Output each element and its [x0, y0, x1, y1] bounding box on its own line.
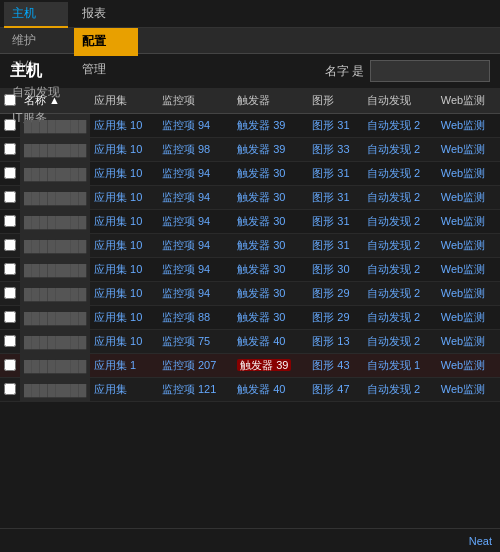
monitors-link[interactable]: 监控项 94: [162, 215, 210, 227]
monitors-link[interactable]: 监控项 207: [162, 359, 216, 371]
discovery-link[interactable]: 自动发现 2: [367, 119, 420, 131]
webmon-link[interactable]: Web监测: [441, 311, 485, 323]
appset-link[interactable]: 应用集: [94, 383, 127, 395]
triggers-cell: 触发器 39: [233, 114, 308, 138]
graphs-link[interactable]: 图形 33: [312, 143, 349, 155]
row-checkbox[interactable]: [4, 287, 16, 299]
webmon-link[interactable]: Web监测: [441, 167, 485, 179]
appset-link[interactable]: 应用集 10: [94, 167, 142, 179]
graphs-link[interactable]: 图形 31: [312, 167, 349, 179]
row-checkbox[interactable]: [4, 215, 16, 227]
discovery-link[interactable]: 自动发现 2: [367, 167, 420, 179]
row-checkbox[interactable]: [4, 143, 16, 155]
triggers-link[interactable]: 触发器 30: [237, 311, 285, 323]
appset-link[interactable]: 应用集 10: [94, 287, 142, 299]
discovery-link[interactable]: 自动发现 2: [367, 311, 420, 323]
triggers-link[interactable]: 触发器 40: [237, 383, 285, 395]
triggers-link[interactable]: 触发器 30: [237, 215, 285, 227]
footer-neat-link[interactable]: Neat: [469, 535, 492, 547]
graphs-cell: 图形 31: [308, 162, 363, 186]
discovery-cell: 自动发现 2: [363, 330, 437, 354]
triggers-link[interactable]: 触发器 39: [237, 143, 285, 155]
row-checkbox[interactable]: [4, 119, 16, 131]
discovery-link[interactable]: 自动发现 2: [367, 383, 420, 395]
monitors-link[interactable]: 监控项 94: [162, 287, 210, 299]
row-checkbox[interactable]: [4, 167, 16, 179]
webmon-link[interactable]: Web监测: [441, 239, 485, 251]
triggers-link[interactable]: 触发器 39: [237, 359, 291, 371]
monitors-link[interactable]: 监控项 121: [162, 383, 216, 395]
webmon-link[interactable]: Web监测: [441, 119, 485, 131]
appset-link[interactable]: 应用集 10: [94, 143, 142, 155]
appset-link[interactable]: 应用集 10: [94, 263, 142, 275]
triggers-link[interactable]: 触发器 39: [237, 119, 285, 131]
webmon-link[interactable]: Web监测: [441, 263, 485, 275]
graphs-link[interactable]: 图形 31: [312, 215, 349, 227]
triggers-link[interactable]: 触发器 30: [237, 239, 285, 251]
monitors-link[interactable]: 监控项 75: [162, 335, 210, 347]
graphs-link[interactable]: 图形 31: [312, 191, 349, 203]
discovery-link[interactable]: 自动发现 1: [367, 359, 420, 371]
graphs-link[interactable]: 图形 30: [312, 263, 349, 275]
appset-cell: 应用集 1: [90, 354, 158, 378]
appset-link[interactable]: 应用集 10: [94, 191, 142, 203]
graphs-link[interactable]: 图形 47: [312, 383, 349, 395]
graphs-link[interactable]: 图形 29: [312, 287, 349, 299]
monitors-link[interactable]: 监控项 94: [162, 167, 210, 179]
triggers-link[interactable]: 触发器 40: [237, 335, 285, 347]
webmon-link[interactable]: Web监测: [441, 143, 485, 155]
webmon-cell: Web监测: [437, 162, 500, 186]
appset-link[interactable]: 应用集 10: [94, 239, 142, 251]
row-checkbox[interactable]: [4, 191, 16, 203]
discovery-link[interactable]: 自动发现 2: [367, 263, 420, 275]
second-nav-item-维护[interactable]: 维护: [4, 28, 68, 54]
top-nav-item-管理[interactable]: 管理: [74, 56, 138, 84]
monitors-link[interactable]: 监控项 94: [162, 191, 210, 203]
webmon-link[interactable]: Web监测: [441, 215, 485, 227]
select-all-checkbox[interactable]: [4, 94, 16, 106]
row-checkbox[interactable]: [4, 335, 16, 347]
monitors-link[interactable]: 监控项 88: [162, 311, 210, 323]
triggers-link[interactable]: 触发器 30: [237, 287, 285, 299]
triggers-link[interactable]: 触发器 30: [237, 191, 285, 203]
appset-link[interactable]: 应用集 1: [94, 359, 136, 371]
second-nav-item-主机[interactable]: 主机: [4, 2, 68, 28]
monitors-link[interactable]: 监控项 98: [162, 143, 210, 155]
row-checkbox[interactable]: [4, 383, 16, 395]
row-checkbox[interactable]: [4, 359, 16, 371]
triggers-link[interactable]: 触发器 30: [237, 167, 285, 179]
monitors-link[interactable]: 监控项 94: [162, 119, 210, 131]
filter-input[interactable]: [370, 60, 490, 82]
appset-link[interactable]: 应用集 10: [94, 335, 142, 347]
graphs-link[interactable]: 图形 31: [312, 119, 349, 131]
graphs-link[interactable]: 图形 31: [312, 239, 349, 251]
appset-link[interactable]: 应用集 10: [94, 119, 142, 131]
webmon-link[interactable]: Web监测: [441, 359, 485, 371]
webmon-link[interactable]: Web监测: [441, 191, 485, 203]
top-nav-item-配置[interactable]: 配置: [74, 28, 138, 56]
webmon-link[interactable]: Web监测: [441, 287, 485, 299]
discovery-link[interactable]: 自动发现 2: [367, 191, 420, 203]
monitors-link[interactable]: 监控项 94: [162, 239, 210, 251]
graphs-link[interactable]: 图形 13: [312, 335, 349, 347]
webmon-link[interactable]: Web监测: [441, 383, 485, 395]
discovery-link[interactable]: 自动发现 2: [367, 239, 420, 251]
monitors-link[interactable]: 监控项 94: [162, 263, 210, 275]
graphs-link[interactable]: 图形 43: [312, 359, 349, 371]
appset-link[interactable]: 应用集 10: [94, 311, 142, 323]
discovery-link[interactable]: 自动发现 2: [367, 143, 420, 155]
row-checkbox[interactable]: [4, 311, 16, 323]
discovery-cell: 自动发现 2: [363, 378, 437, 402]
appset-link[interactable]: 应用集 10: [94, 215, 142, 227]
triggers-cell: 触发器 30: [233, 306, 308, 330]
discovery-link[interactable]: 自动发现 2: [367, 215, 420, 227]
row-checkbox[interactable]: [4, 263, 16, 275]
discovery-link[interactable]: 自动发现 2: [367, 335, 420, 347]
graphs-link[interactable]: 图形 29: [312, 311, 349, 323]
discovery-link[interactable]: 自动发现 2: [367, 287, 420, 299]
webmon-link[interactable]: Web监测: [441, 335, 485, 347]
row-checkbox[interactable]: [4, 239, 16, 251]
top-nav-item-报表[interactable]: 报表: [74, 0, 138, 28]
webmon-cell: Web监测: [437, 354, 500, 378]
triggers-link[interactable]: 触发器 30: [237, 263, 285, 275]
